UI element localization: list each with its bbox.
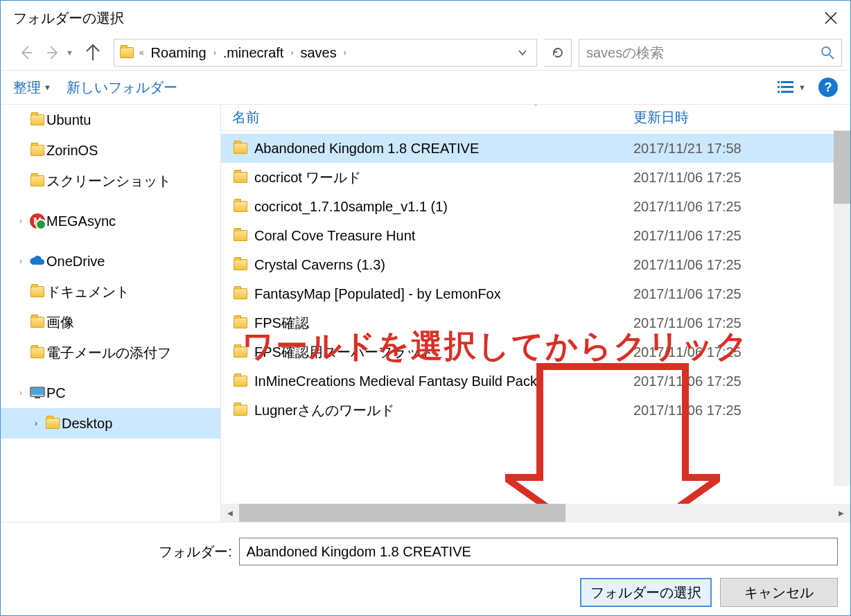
mega-icon: M bbox=[30, 213, 45, 229]
forward-button[interactable] bbox=[41, 40, 66, 65]
folder-icon bbox=[30, 317, 44, 328]
scrollbar-thumb[interactable] bbox=[239, 504, 565, 522]
file-name: FPS確認 bbox=[254, 314, 309, 333]
sidebar-item[interactable]: ZorinOS bbox=[1, 135, 220, 166]
expand-icon[interactable]: › bbox=[28, 419, 44, 428]
address-bar[interactable]: « Roaming › .minecraft › saves › bbox=[114, 39, 537, 67]
refresh-icon bbox=[551, 46, 565, 60]
close-icon bbox=[825, 12, 837, 24]
chevron-right-icon[interactable]: › bbox=[289, 48, 295, 58]
folder-icon bbox=[234, 143, 247, 154]
file-row[interactable]: FPS確認2017/11/06 17:25 bbox=[221, 308, 841, 337]
file-row[interactable]: FantasyMap [Populated] - by LemonFox2017… bbox=[221, 279, 841, 308]
up-button[interactable] bbox=[80, 40, 105, 65]
search-box[interactable]: savesの検索 bbox=[579, 39, 842, 67]
chevron-down-icon: ▼ bbox=[44, 83, 51, 91]
chevron-right-icon[interactable]: › bbox=[342, 48, 348, 58]
file-date: 2017/11/06 17:25 bbox=[626, 199, 841, 215]
folder-icon bbox=[234, 376, 247, 387]
question-icon: ? bbox=[825, 80, 832, 95]
file-row[interactable]: cocricot ワールド2017/11/06 17:25 bbox=[221, 163, 841, 192]
svg-rect-6 bbox=[781, 91, 793, 93]
folder-icon bbox=[234, 317, 247, 328]
footer-panel: フォルダー: フォルダーの選択 キャンセル bbox=[1, 522, 850, 615]
sidebar-item[interactable]: ›PC bbox=[1, 378, 220, 408]
svg-rect-2 bbox=[781, 81, 793, 83]
folder-icon bbox=[119, 44, 135, 61]
breadcrumb-roaming[interactable]: Roaming bbox=[146, 42, 212, 64]
file-row[interactable]: Crystal Caverns (1.3)2017/11/06 17:25 bbox=[221, 250, 841, 279]
expand-icon[interactable]: › bbox=[13, 216, 28, 226]
view-button[interactable]: ▼ bbox=[778, 80, 806, 94]
sidebar-item[interactable]: Ubuntu bbox=[1, 105, 220, 135]
sidebar-item-label: Desktop bbox=[62, 416, 112, 432]
scroll-right-button[interactable]: ► bbox=[832, 504, 850, 522]
onedrive-icon bbox=[29, 256, 46, 267]
file-name: InMineCreations Medieval Fantasy Build P… bbox=[254, 373, 537, 389]
file-date: 2017/11/06 17:25 bbox=[626, 403, 841, 419]
titlebar: フォルダーの選択 bbox=[1, 1, 850, 35]
column-date-header[interactable]: 更新日時 bbox=[626, 108, 850, 127]
scrollbar-thumb[interactable] bbox=[834, 131, 850, 204]
sidebar-item[interactable]: ›Desktop bbox=[1, 408, 220, 439]
file-row[interactable]: Coral Cove Treasure Hunt2017/11/06 17:25 bbox=[221, 221, 841, 250]
folder-label: フォルダー: bbox=[159, 543, 232, 561]
chevron-down-icon: ▼ bbox=[798, 83, 806, 91]
arrow-right-icon bbox=[44, 44, 62, 62]
cancel-button[interactable]: キャンセル bbox=[720, 578, 838, 607]
svg-rect-9 bbox=[35, 397, 40, 398]
sidebar-item[interactable]: スクリーンショット bbox=[1, 166, 220, 196]
file-row[interactable]: FPS確認用スーパーフラット2017/11/06 17:25 bbox=[221, 337, 841, 367]
address-dropdown[interactable] bbox=[513, 49, 532, 57]
sidebar-item[interactable]: ドキュメント bbox=[1, 276, 220, 307]
file-row[interactable]: cocricot_1.7.10sample_v1.1 (1)2017/11/06… bbox=[221, 192, 841, 221]
vertical-scrollbar[interactable] bbox=[834, 131, 850, 486]
new-folder-button[interactable]: 新しいフォルダー bbox=[67, 78, 177, 97]
svg-point-0 bbox=[822, 47, 830, 55]
chevron-right-icon[interactable]: › bbox=[212, 48, 218, 58]
folder-icon bbox=[234, 259, 247, 270]
file-row[interactable]: Abandoned Kingdom 1.8 CREATIVE2017/11/21… bbox=[221, 134, 841, 163]
expand-icon[interactable]: › bbox=[13, 388, 28, 398]
svg-rect-8 bbox=[31, 388, 44, 395]
svg-rect-5 bbox=[778, 91, 780, 93]
sidebar-item[interactable]: ›MMEGAsync bbox=[1, 206, 220, 236]
sidebar-item-label: スクリーンショット bbox=[46, 172, 171, 191]
organize-button[interactable]: 整理 ▼ bbox=[13, 78, 51, 97]
back-button[interactable] bbox=[13, 40, 38, 65]
breadcrumb-saves[interactable]: saves bbox=[295, 42, 342, 64]
sidebar-item[interactable]: ›OneDrive bbox=[1, 246, 220, 276]
column-name-header[interactable]: 名前 bbox=[221, 108, 626, 127]
refresh-button[interactable] bbox=[544, 39, 572, 67]
sidebar-item-label: ドキュメント bbox=[46, 283, 130, 301]
help-button[interactable]: ? bbox=[818, 78, 838, 97]
toolbar: 整理 ▼ 新しいフォルダー ▼ ? bbox=[1, 70, 850, 105]
expand-icon[interactable]: › bbox=[13, 256, 28, 266]
file-date: 2017/11/06 17:25 bbox=[626, 373, 841, 389]
folder-name-input[interactable] bbox=[239, 538, 838, 565]
breadcrumb-minecraft[interactable]: .minecraft bbox=[218, 42, 290, 64]
collapse-handle[interactable]: ˄ bbox=[529, 105, 543, 113]
recent-dropdown[interactable]: ▼ bbox=[66, 49, 73, 57]
folder-icon bbox=[30, 175, 44, 186]
folder-icon bbox=[234, 405, 247, 416]
file-row[interactable]: InMineCreations Medieval Fantasy Build P… bbox=[221, 367, 841, 396]
sidebar-item-label: 電子メールの添付フ bbox=[46, 344, 171, 362]
folder-icon bbox=[30, 347, 44, 358]
file-name: Crystal Caverns (1.3) bbox=[254, 257, 385, 273]
horizontal-scrollbar[interactable]: ◄ ► bbox=[221, 504, 850, 522]
select-folder-button[interactable]: フォルダーの選択 bbox=[580, 578, 712, 607]
file-row[interactable]: Lugnerさんのワールド2017/11/06 17:25 bbox=[221, 396, 841, 425]
sidebar-item[interactable]: 画像 bbox=[1, 307, 220, 337]
file-name: Lugnerさんのワールド bbox=[254, 401, 394, 420]
breadcrumb-overflow[interactable]: « bbox=[138, 48, 146, 58]
main-area: UbuntuZorinOSスクリーンショット›MMEGAsync›OneDriv… bbox=[1, 105, 850, 522]
sidebar-item-label: PC bbox=[46, 385, 66, 401]
file-name: cocricot_1.7.10sample_v1.1 (1) bbox=[254, 199, 448, 215]
scroll-left-button[interactable]: ◄ bbox=[221, 504, 239, 522]
search-icon bbox=[821, 46, 834, 60]
sidebar-item[interactable]: 電子メールの添付フ bbox=[1, 337, 220, 368]
file-name: Coral Cove Treasure Hunt bbox=[254, 228, 415, 244]
svg-rect-1 bbox=[778, 81, 780, 83]
close-button[interactable] bbox=[811, 1, 850, 35]
